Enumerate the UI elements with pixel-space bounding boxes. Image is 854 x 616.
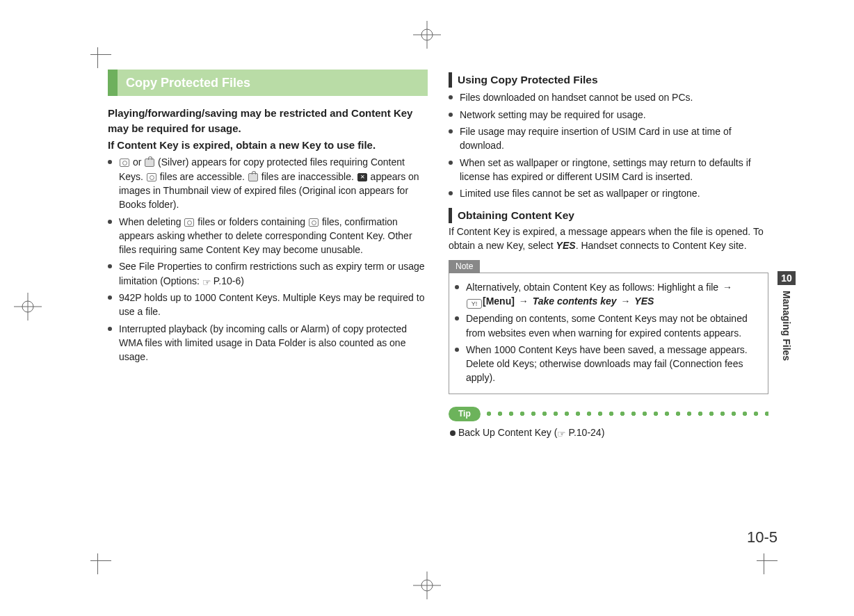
menu-button-icon: Y! [467,299,482,309]
obtain-key-paragraph: If Content Key is expired, a message app… [449,225,768,253]
subheading-text: Obtaining Content Key [458,208,574,223]
page-number: 10-5 [747,528,778,546]
list-item: When set as wallpaper or ringtone, setti… [449,156,768,184]
crop-mark-top [413,21,441,51]
arrow-icon: → [517,295,530,307]
tip-header: Tip [449,407,768,421]
left-column: Copy Protected Files Playing/forwarding/… [108,70,428,439]
subsection-heading: Using Copy Protected Files [449,72,768,88]
text: P.10-6) [214,275,244,286]
text: . Handset connects to Content Key site. [576,240,747,251]
left-bullet-list: or (Silver) appears for copy protected f… [108,155,428,364]
expired-thumbnail-icon [357,173,367,181]
list-item: or (Silver) appears for copy protected f… [108,155,428,211]
key-icon [309,218,319,227]
list-item: When deleting files or folders containin… [108,215,428,257]
list-item: File usage may require insertion of USIM… [449,124,768,153]
list-item: Network setting may be required for usag… [449,108,768,122]
corner-mark-tl [90,47,111,68]
list-item: Interrupted playback (by incoming calls … [108,322,428,364]
svg-point-8 [22,301,33,312]
bullet-icon [450,430,456,436]
subheading-text: Using Copy Protected Files [458,72,598,88]
tip-item: Back Up Content Key (P.10-24) [449,425,768,439]
key-icon [120,159,129,167]
text: See File Properties to confirm restricti… [119,261,425,286]
key-icon [147,173,156,181]
arrow-icon: → [721,282,734,293]
key-icon [184,218,194,227]
text: Alternatively, obtain Content Key as fol… [466,282,721,293]
menu-label: [Menu] [483,295,515,307]
lead-paragraph-2: If Content Key is expired, obtain a new … [108,138,428,153]
take-contents-key-label: Take contents key [533,295,617,307]
tip-badge: Tip [449,407,481,421]
using-files-list: Files downloaded on handset cannot be us… [449,90,768,200]
chapter-number: 10 [778,271,796,285]
note-box: Alternatively, obtain Content Key as fol… [449,273,768,394]
section-heading: Copy Protected Files [108,70,428,96]
list-item: Depending on contents, some Content Keys… [455,311,762,340]
list-item: Limited use files cannot be set as wallp… [449,186,768,200]
arrow-icon: → [619,295,631,307]
list-item: Files downloaded on handset cannot be us… [449,90,768,104]
text: files are accessible. [157,171,248,182]
list-item: When 1000 Content Keys have been saved, … [455,343,762,385]
subheading-bar [449,208,452,223]
list-item: Alternatively, obtain Content Key as fol… [455,280,762,309]
text: P.10-24) [568,427,604,438]
reference-icon [558,429,567,437]
lock-icon [145,159,154,167]
chapter-side-tab: 10 Managing Files [778,271,796,366]
note-list: Alternatively, obtain Content Key as fol… [455,280,762,385]
text: When deleting [119,216,184,227]
svg-point-2 [421,29,433,40]
chapter-title: Managing Files [778,285,796,366]
crop-mark-left [14,293,42,323]
yes-label: YES [634,295,654,307]
corner-mark-br [757,553,778,574]
tip-dots-decoration [486,411,768,416]
lead-paragraph-1: Playing/forwarding/saving may be restric… [108,106,428,136]
heading-label: Copy Protected Files [118,70,428,96]
text: files or folders containing [195,216,308,227]
crop-mark-bottom [413,572,441,602]
reference-icon [203,277,213,286]
subheading-bar [449,72,452,88]
lock-icon [248,173,258,181]
list-item: 942P holds up to 1000 Content Keys. Mult… [108,291,428,319]
heading-accent-bar [108,70,118,96]
text: or [130,156,144,168]
note-badge: Note [449,260,480,273]
svg-point-5 [421,580,433,591]
subsection-heading: Obtaining Content Key [449,208,768,223]
list-item: See File Properties to confirm restricti… [108,259,428,288]
yes-label: YES [556,240,576,251]
text: files are inaccessible. [259,171,357,182]
text: Back Up Content Key ( [458,427,557,438]
page-content: Copy Protected Files Playing/forwarding/… [108,70,768,439]
corner-mark-bl [90,553,111,574]
right-column: Using Copy Protected Files Files downloa… [449,70,768,439]
